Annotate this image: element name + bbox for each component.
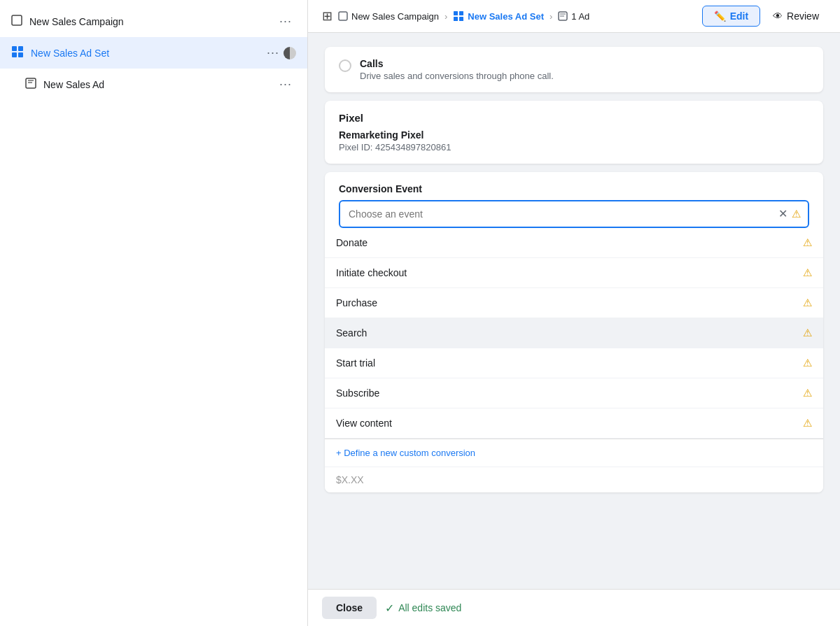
breadcrumb-ad-label: 1 Ad [571, 11, 589, 22]
breadcrumb-sep-2: › [550, 11, 552, 22]
saved-label: All edits saved [398, 602, 461, 613]
ad-icon [25, 78, 36, 91]
event-purchase[interactable]: Purchase ⚠ [325, 288, 823, 318]
red-arrow [325, 186, 328, 231]
event-donate-label: Donate [336, 237, 368, 248]
event-start-trial-label: Start trial [336, 357, 375, 369]
event-search-label: Search [336, 327, 367, 339]
sidebar-item-adset[interactable]: New Sales Ad Set ··· [0, 37, 307, 69]
breadcrumb-adset-label: New Sales Ad Set [468, 11, 544, 22]
saved-status: ✓ All edits saved [385, 602, 461, 615]
event-input-actions: ✕ ⚠ [778, 208, 808, 220]
close-button[interactable]: Close [322, 597, 377, 619]
define-custom-label: + Define a new custom conversion [336, 448, 475, 458]
initiate-checkout-warning-icon: ⚠ [803, 266, 812, 279]
campaign-more-button[interactable]: ··· [275, 13, 296, 30]
edit-icon: ✏️ [714, 10, 726, 22]
svg-rect-8 [339, 12, 347, 20]
panel-body: Calls Drive sales and conversions throug… [308, 33, 840, 589]
breadcrumb-campaign-label: New Sales Campaign [351, 11, 439, 22]
calls-description: Drive sales and conversions through phon… [360, 71, 554, 81]
conversion-section: Conversion Event [325, 172, 823, 492]
define-custom-button[interactable]: + Define a new custom conversion [325, 439, 823, 467]
pixel-name: Remarketing Pixel [339, 129, 809, 141]
search-warning-icon: ⚠ [803, 327, 812, 339]
calls-section: Calls Drive sales and conversions throug… [325, 47, 823, 92]
svg-rect-12 [459, 17, 463, 21]
breadcrumb-adset[interactable]: New Sales Ad Set [453, 10, 544, 22]
dropdown-list: Donate ⚠ Initiate checkout ⚠ Purchase ⚠ … [325, 228, 823, 467]
breadcrumb-campaign[interactable]: New Sales Campaign [338, 11, 439, 22]
event-donate[interactable]: Donate ⚠ [325, 228, 823, 258]
adset-toggle[interactable] [284, 47, 296, 59]
svg-rect-10 [459, 11, 463, 15]
breadcrumb: ⊞ New Sales Campaign › New Sales Ad Set [322, 8, 589, 24]
svg-rect-1 [12, 46, 17, 51]
event-initiate-checkout-label: Initiate checkout [336, 267, 407, 278]
sidebar-toggle-icon[interactable]: ⊞ [322, 8, 332, 24]
ad-more-button[interactable]: ··· [275, 76, 296, 93]
adset-icon [11, 45, 24, 60]
event-input-wrapper: ✕ ⚠ [339, 200, 809, 228]
calls-title: Calls [360, 58, 554, 69]
event-subscribe-label: Subscribe [336, 387, 379, 399]
campaign-icon [11, 15, 22, 28]
adset-more-button[interactable]: ··· [262, 44, 284, 62]
view-content-warning-icon: ⚠ [803, 417, 812, 429]
donate-warning-icon: ⚠ [803, 236, 812, 249]
svg-rect-4 [18, 52, 23, 57]
svg-rect-2 [18, 46, 23, 51]
input-warning-icon: ⚠ [792, 208, 801, 220]
svg-rect-11 [454, 17, 458, 21]
review-icon: 👁 [773, 10, 783, 22]
breadcrumb-sep-1: › [444, 11, 447, 22]
purchase-warning-icon: ⚠ [803, 297, 812, 309]
event-view-content[interactable]: View content ⚠ [325, 408, 823, 439]
calls-radio[interactable] [339, 59, 351, 72]
pixel-section: Pixel Remarketing Pixel Pixel ID: 425434… [325, 101, 823, 164]
svg-rect-5 [26, 78, 36, 88]
svg-rect-9 [454, 11, 458, 15]
clear-button[interactable]: ✕ [778, 208, 788, 220]
panel-footer: Close ✓ All edits saved [308, 589, 840, 626]
adset-bc-icon [453, 10, 464, 22]
ad-label: New Sales Ad [43, 79, 275, 90]
svg-rect-0 [12, 15, 22, 25]
event-view-content-label: View content [336, 418, 392, 429]
sidebar-item-ad[interactable]: New Sales Ad ··· [14, 69, 307, 100]
action-buttons: ✏️ Edit 👁 Review [702, 6, 826, 27]
right-panel: ⊞ New Sales Campaign › New Sales Ad Set [308, 0, 840, 626]
breadcrumb-bar: ⊞ New Sales Campaign › New Sales Ad Set [308, 0, 840, 33]
subscribe-warning-icon: ⚠ [803, 387, 812, 399]
review-label: Review [787, 10, 819, 22]
event-subscribe[interactable]: Subscribe ⚠ [325, 378, 823, 408]
sidebar-item-campaign[interactable]: New Sales Campaign ··· [0, 6, 307, 37]
review-button[interactable]: 👁 Review [766, 6, 826, 26]
start-trial-warning-icon: ⚠ [803, 357, 812, 369]
pixel-id: Pixel ID: 425434897820861 [339, 142, 809, 152]
svg-rect-3 [12, 52, 17, 57]
campaign-label: New Sales Campaign [29, 16, 275, 27]
event-purchase-label: Purchase [336, 297, 377, 308]
breadcrumb-ad[interactable]: 1 Ad [558, 11, 589, 22]
event-start-trial[interactable]: Start trial ⚠ [325, 348, 823, 378]
placeholder-value: $X.XX [325, 467, 823, 492]
event-search[interactable]: Search ⚠ [325, 318, 823, 348]
event-input[interactable] [340, 201, 778, 227]
calls-content: Calls Drive sales and conversions throug… [360, 58, 554, 81]
saved-check-icon: ✓ [385, 602, 394, 615]
event-initiate-checkout[interactable]: Initiate checkout ⚠ [325, 258, 823, 288]
adset-label: New Sales Ad Set [31, 48, 262, 59]
ad-bc-icon [558, 11, 568, 21]
sidebar: New Sales Campaign ··· New Sales Ad Set … [0, 0, 308, 626]
edit-label: Edit [730, 10, 748, 22]
placeholder-value-text: $X.XX [336, 474, 364, 485]
campaign-bc-icon [338, 11, 348, 21]
conversion-label: Conversion Event [339, 183, 809, 194]
pixel-title: Pixel [339, 112, 809, 124]
edit-button[interactable]: ✏️ Edit [702, 6, 760, 27]
